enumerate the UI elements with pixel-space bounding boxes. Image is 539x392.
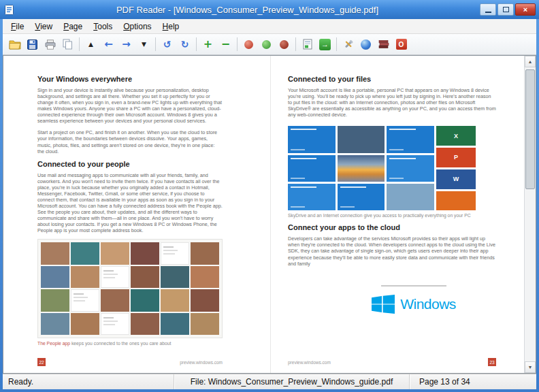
menu-help[interactable]: Help <box>157 20 185 33</box>
photo-tile <box>191 289 219 312</box>
image-caption: SkyDrive and an Internet connection give… <box>288 213 496 218</box>
toolbar: ▲ ← → ▼ ↺ ↻ + − → <box>3 34 536 55</box>
body-paragraph: Use mail and messaging apps to communica… <box>37 172 223 234</box>
pdf-reader-window: PDF Reader - [Windows_Consumer_Preview_W… <box>0 0 539 392</box>
copy-button[interactable] <box>59 36 76 53</box>
menu-options[interactable]: Options <box>118 20 157 33</box>
library-button[interactable] <box>375 36 392 53</box>
green-circle-icon <box>262 40 271 49</box>
maroon-circle-icon <box>280 40 289 49</box>
undo-button[interactable]: ↺ <box>159 36 176 53</box>
photo-tile <box>101 242 129 265</box>
page-23: Connected to your files Your Microsoft a… <box>288 75 496 370</box>
photo-tile <box>101 289 129 312</box>
triangle-up-icon: ▲ <box>88 41 93 48</box>
windows-logo-text: Windows <box>400 296 456 312</box>
page-view-button[interactable] <box>299 36 316 53</box>
arrow-right-icon: → <box>122 39 131 50</box>
photo-tile <box>161 242 189 265</box>
skydrive-screenshot: XPW <box>288 126 476 210</box>
green-circle-button[interactable] <box>258 36 275 53</box>
settings-button[interactable] <box>340 36 357 53</box>
statusbar: Ready. File: Windows_Consumer_Preview_Wi… <box>3 374 536 389</box>
maximize-button[interactable] <box>497 3 514 16</box>
people-app-screenshot <box>37 239 223 338</box>
skydrive-tile <box>338 155 385 182</box>
red-circle-button[interactable] <box>240 36 257 53</box>
red-circle-icon <box>244 40 253 49</box>
menu-page[interactable]: Page <box>58 20 88 33</box>
menu-tools[interactable]: Tools <box>88 20 118 33</box>
print-button[interactable] <box>42 36 59 53</box>
page-gutter <box>270 56 271 373</box>
copy-icon <box>63 39 73 50</box>
open-button[interactable] <box>6 36 23 53</box>
status-page-indicator: Page 13 of 34 <box>410 374 536 389</box>
section-heading: Connected to your people <box>37 160 223 168</box>
scroll-down-icon: ▼ <box>528 365 533 370</box>
titlebar: PDF Reader - [Windows_Consumer_Preview_W… <box>0 0 539 19</box>
photo-tile <box>41 242 69 265</box>
app-tile: P <box>436 148 476 167</box>
minimize-button[interactable] <box>480 3 496 16</box>
window-title: PDF Reader - [Windows_Consumer_Preview_W… <box>15 5 480 15</box>
zoom-out-icon: − <box>221 39 230 50</box>
zoom-in-icon: + <box>203 39 212 50</box>
photo-tile <box>71 266 99 289</box>
photo-tile <box>161 289 189 312</box>
skydrive-tile <box>288 126 336 152</box>
print-icon <box>45 39 56 50</box>
scroll-down-button[interactable]: ▼ <box>525 361 536 373</box>
photo-tile <box>71 289 99 312</box>
photo-tile <box>71 242 99 265</box>
app-tile: W <box>436 169 476 189</box>
go-button[interactable]: → <box>316 36 333 53</box>
skydrive-app-tiles: XPW <box>436 126 476 210</box>
zoom-out-button[interactable]: − <box>217 36 234 53</box>
logo-tagline-line <box>381 285 446 287</box>
status-ready: Ready. <box>3 374 174 389</box>
maroon-circle-button[interactable] <box>276 36 293 53</box>
zoom-in-button[interactable]: + <box>199 36 216 53</box>
close-button[interactable]: × <box>515 3 536 16</box>
skydrive-tile <box>288 184 336 210</box>
page-down-button[interactable]: ▼ <box>135 36 152 53</box>
page-number-badge: 22 <box>37 358 46 366</box>
skydrive-tile <box>387 184 434 210</box>
redo-icon: ↻ <box>181 39 189 49</box>
toolbar-separator <box>295 37 296 51</box>
vertical-scrollbar[interactable]: ▲ ▼ <box>524 56 536 373</box>
skydrive-tile <box>338 126 385 152</box>
previous-page-button[interactable]: ← <box>100 36 117 53</box>
toolbar-separator <box>155 37 156 51</box>
page-up-button[interactable]: ▲ <box>82 36 99 53</box>
scrollbar-thumb[interactable] <box>525 69 535 189</box>
image-caption: The People app keeps you connected to th… <box>37 341 223 346</box>
toolbar-separator <box>79 37 80 51</box>
go-arrow-icon: → <box>319 39 331 50</box>
page-footer: 22 preview.windows.com <box>37 358 223 366</box>
windows-logo-figure: Windows <box>353 272 475 327</box>
photo-tile <box>161 313 189 336</box>
menu-file[interactable]: File <box>5 20 29 33</box>
arrow-left-icon: ← <box>104 39 113 50</box>
photo-tile <box>41 289 69 312</box>
about-button[interactable]: O <box>393 36 410 53</box>
photo-tile <box>131 313 159 336</box>
redo-button[interactable]: ↻ <box>176 36 193 53</box>
photo-tile <box>191 266 219 289</box>
undo-icon: ↺ <box>163 39 172 49</box>
skydrive-tile <box>387 155 434 182</box>
menu-view[interactable]: View <box>29 20 58 33</box>
page-22: Your Windows everywhere Sign in and your… <box>37 75 223 370</box>
toolbar-separator <box>196 37 197 51</box>
page-footer: preview.windows.com 23 <box>288 358 496 366</box>
photo-tile <box>131 266 159 289</box>
client-area: File View Page Tools Options Help <box>3 19 536 389</box>
help-button[interactable] <box>357 36 374 53</box>
photo-tile <box>161 266 189 289</box>
next-page-button[interactable]: → <box>118 36 135 53</box>
scroll-up-button[interactable]: ▲ <box>525 56 536 67</box>
site-url: preview.windows.com <box>288 360 331 365</box>
save-button[interactable] <box>24 36 41 53</box>
